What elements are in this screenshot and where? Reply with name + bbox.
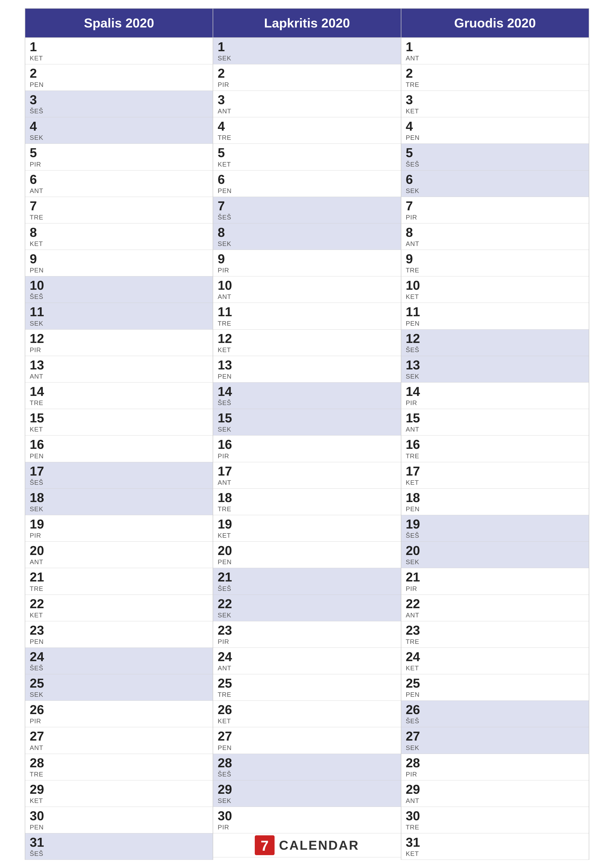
day-name-gruodis-31: KET (406, 850, 584, 858)
days-container: 1KET2PEN3ŠEŠ4SEK5PIR6ANT7TRE8KET9PEN10ŠE… (25, 38, 589, 860)
day-cell-lapkritis-18: 18TRE (213, 489, 401, 515)
day-cell-spalis-4: 4SEK (25, 117, 213, 144)
day-number-gruodis-14: 14 (406, 384, 584, 398)
day-name-lapkritis-18: TRE (218, 505, 396, 513)
day-cell-spalis-15: 15KET (25, 409, 213, 436)
day-number-spalis-12: 12 (30, 332, 208, 346)
day-cell-gruodis-14: 14PIR (401, 383, 589, 409)
day-cell-gruodis-11: 11PEN (401, 303, 589, 329)
day-cell-spalis-29: 29KET (25, 780, 213, 807)
day-cell-gruodis-5: 5ŠEŠ (401, 144, 589, 170)
day-name-gruodis-28: PIR (406, 770, 584, 778)
day-number-lapkritis-27: 27 (218, 729, 396, 743)
day-number-lapkritis-24: 24 (218, 650, 396, 664)
month-title-gruodis: Gruodis 2020 (454, 16, 536, 30)
day-cell-gruodis-23: 23TRE (401, 621, 589, 648)
day-number-lapkritis-4: 4 (218, 119, 396, 133)
day-cell-lapkritis-9: 9PIR (213, 250, 401, 276)
day-name-lapkritis-10: ANT (218, 293, 396, 301)
day-name-lapkritis-20: PEN (218, 558, 396, 566)
day-name-gruodis-27: SEK (406, 744, 584, 752)
day-cell-spalis-9: 9PEN (25, 250, 213, 276)
day-cell-spalis-16: 16PEN (25, 436, 213, 462)
day-cell-lapkritis-19: 19KET (213, 515, 401, 542)
day-name-gruodis-12: ŠEŠ (406, 346, 584, 354)
day-number-gruodis-28: 28 (406, 756, 584, 770)
day-name-gruodis-4: PEN (406, 134, 584, 141)
day-number-lapkritis-13: 13 (218, 358, 396, 372)
day-cell-empty-lapkritis-30: 7CALENDAR (213, 833, 401, 857)
day-name-gruodis-29: ANT (406, 797, 584, 804)
day-column-lapkritis: 1SEK2PIR3ANT4TRE5KET6PEN7ŠEŠ8SEK9PIR10AN… (213, 38, 401, 860)
day-name-lapkritis-28: ŠEŠ (218, 770, 396, 778)
day-name-spalis-4: SEK (30, 134, 208, 141)
day-cell-lapkritis-20: 20PEN (213, 542, 401, 568)
day-name-spalis-25: SEK (30, 691, 208, 699)
day-cell-gruodis-7: 7PIR (401, 197, 589, 223)
day-cell-lapkritis-29: 29SEK (213, 780, 401, 807)
day-cell-spalis-23: 23PEN (25, 621, 213, 648)
month-header-lapkritis: Lapkritis 2020 (213, 9, 401, 38)
day-number-gruodis-3: 3 (406, 93, 584, 107)
day-name-lapkritis-24: ANT (218, 664, 396, 672)
day-cell-lapkritis-21: 21ŠEŠ (213, 568, 401, 595)
day-cell-spalis-25: 25SEK (25, 674, 213, 701)
day-number-spalis-29: 29 (30, 783, 208, 797)
day-name-spalis-15: KET (30, 426, 208, 433)
day-cell-lapkritis-24: 24ANT (213, 648, 401, 674)
day-name-spalis-27: ANT (30, 744, 208, 752)
day-name-lapkritis-9: PIR (218, 267, 396, 274)
day-number-lapkritis-15: 15 (218, 411, 396, 425)
calendar-page: Spalis 2020 Lapkritis 2020 Gruodis 2020 … (25, 8, 589, 860)
day-name-spalis-23: PEN (30, 638, 208, 646)
day-name-spalis-18: SEK (30, 505, 208, 513)
day-number-lapkritis-25: 25 (218, 676, 396, 690)
day-number-spalis-3: 3 (30, 93, 208, 107)
day-name-gruodis-11: PEN (406, 320, 584, 327)
month-title-spalis: Spalis 2020 (84, 16, 154, 30)
day-cell-lapkritis-28: 28ŠEŠ (213, 754, 401, 780)
day-number-spalis-8: 8 (30, 225, 208, 240)
day-number-lapkritis-30: 30 (218, 809, 396, 823)
day-cell-gruodis-28: 28PIR (401, 754, 589, 780)
day-name-lapkritis-14: ŠEŠ (218, 399, 396, 407)
day-name-spalis-24: ŠEŠ (30, 664, 208, 672)
day-number-gruodis-12: 12 (406, 332, 584, 346)
day-number-lapkritis-9: 9 (218, 252, 396, 266)
day-cell-gruodis-26: 26ŠEŠ (401, 701, 589, 727)
day-name-spalis-14: TRE (30, 399, 208, 407)
day-name-spalis-2: PEN (30, 81, 208, 88)
day-cell-gruodis-21: 21PIR (401, 568, 589, 595)
day-name-lapkritis-21: ŠEŠ (218, 585, 396, 593)
day-name-spalis-13: ANT (30, 373, 208, 380)
day-name-gruodis-19: ŠEŠ (406, 532, 584, 539)
day-name-spalis-20: ANT (30, 558, 208, 566)
day-cell-spalis-31: 31ŠEŠ (25, 833, 213, 860)
day-cell-lapkritis-3: 3ANT (213, 91, 401, 117)
day-cell-gruodis-12: 12ŠEŠ (401, 330, 589, 356)
day-number-lapkritis-14: 14 (218, 384, 396, 398)
day-name-lapkritis-6: PEN (218, 187, 396, 195)
day-name-gruodis-22: ANT (406, 611, 584, 619)
day-number-lapkritis-7: 7 (218, 199, 396, 213)
day-cell-spalis-8: 8KET (25, 223, 213, 250)
day-number-gruodis-2: 2 (406, 66, 584, 81)
day-number-gruodis-19: 19 (406, 517, 584, 531)
day-cell-lapkritis-11: 11TRE (213, 303, 401, 329)
day-name-gruodis-13: SEK (406, 373, 584, 380)
day-number-spalis-22: 22 (30, 597, 208, 611)
day-name-spalis-28: TRE (30, 770, 208, 778)
day-cell-lapkritis-1: 1SEK (213, 38, 401, 64)
day-name-gruodis-25: PEN (406, 691, 584, 699)
day-cell-gruodis-31: 31KET (401, 833, 589, 860)
day-number-gruodis-9: 9 (406, 252, 584, 266)
day-name-gruodis-2: TRE (406, 81, 584, 88)
day-number-gruodis-21: 21 (406, 570, 584, 584)
day-cell-gruodis-20: 20SEK (401, 542, 589, 568)
day-cell-spalis-19: 19PIR (25, 515, 213, 542)
day-cell-gruodis-15: 15ANT (401, 409, 589, 436)
day-number-lapkritis-21: 21 (218, 570, 396, 584)
day-number-gruodis-15: 15 (406, 411, 584, 425)
day-number-lapkritis-6: 6 (218, 172, 396, 186)
day-name-gruodis-7: PIR (406, 214, 584, 221)
